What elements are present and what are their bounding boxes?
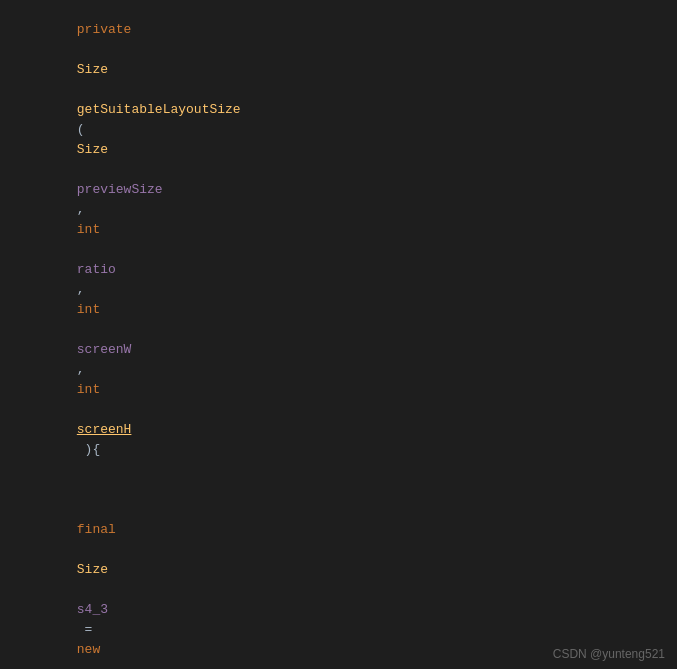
var-ratio: ratio <box>77 262 116 277</box>
sp3 <box>77 162 85 177</box>
sp1 <box>77 42 93 57</box>
kw-final1: final <box>77 522 116 537</box>
sp4 <box>77 242 85 257</box>
kw-new1: new <box>77 642 100 657</box>
type-size2: Size <box>77 142 108 157</box>
method-name: getSuitableLayoutSize <box>77 102 241 117</box>
type-size: Size <box>77 62 108 77</box>
var-screenh: screenH <box>77 422 132 437</box>
t1: Size <box>77 562 108 577</box>
code-editor: private Size getSuitableLayoutSize ( Siz… <box>0 0 677 669</box>
sp: = <box>77 622 100 637</box>
var-screenw: screenW <box>77 342 132 357</box>
line-content-2: final Size s4_3 = new Size ( width: 320 … <box>22 480 677 669</box>
sp <box>77 662 85 669</box>
sp <box>77 582 85 597</box>
code-line-1: private Size getSuitableLayoutSize ( Siz… <box>0 0 677 480</box>
var-previewsize: previewSize <box>77 182 163 197</box>
comma2: , <box>77 282 85 297</box>
kw-private: private <box>77 22 132 37</box>
v1: s4_3 <box>77 602 108 617</box>
comma3: , <box>77 362 85 377</box>
sp2 <box>77 82 100 97</box>
kw-int1: int <box>77 222 100 237</box>
comma1: , <box>77 202 85 217</box>
kw-int2: int <box>77 302 100 317</box>
line-content-1: private Size getSuitableLayoutSize ( Siz… <box>22 0 677 480</box>
paren1: ( <box>77 122 85 137</box>
brace1: ){ <box>77 442 100 457</box>
watermark: CSDN @yunteng521 <box>553 647 665 661</box>
sp <box>77 542 85 557</box>
indent2 <box>77 502 108 517</box>
code-line-2: final Size s4_3 = new Size ( width: 320 … <box>0 480 677 669</box>
kw-int3: int <box>77 382 100 397</box>
sp5 <box>77 322 85 337</box>
sp6 <box>77 402 85 417</box>
